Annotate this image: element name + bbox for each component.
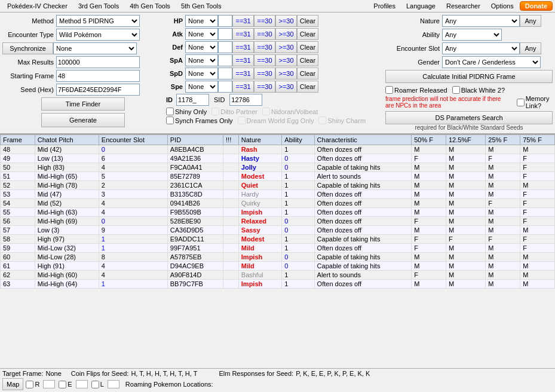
hp-select[interactable]: None [185, 15, 218, 27]
shiny-charm-checkbox[interactable] [318, 117, 326, 124]
ability-select[interactable]: Any [442, 29, 502, 41]
r-checkbox[interactable] [26, 381, 33, 388]
spe-ge30-btn[interactable]: >=30 [275, 81, 297, 93]
spd-eq31-btn[interactable]: ==31 [232, 68, 254, 79]
hp-clear-btn[interactable]: Clear [297, 15, 318, 27]
memory-link-checkbox[interactable] [517, 99, 525, 106]
hp-ge30-btn[interactable]: >=30 [275, 15, 297, 27]
def-eq30-btn[interactable]: ==30 [254, 41, 275, 53]
table-row[interactable]: 61 High (91) 4 D94AC9EB Mild 0 Capable o… [1, 262, 555, 271]
donate-button[interactable]: Donate [520, 1, 553, 11]
starting-frame-input[interactable] [56, 70, 140, 82]
menu-profiles[interactable]: Profiles [369, 1, 400, 11]
e-check[interactable]: E [59, 381, 72, 388]
def-select[interactable]: None [185, 41, 218, 53]
ditto-check[interactable]: Ditto Partner [211, 108, 257, 115]
table-row[interactable]: 51 Mid-High (65) 5 85E72789 Modest 1 Ale… [1, 172, 555, 181]
spa-clear-btn[interactable]: Clear [297, 54, 318, 66]
encounter-type-select[interactable]: Wild Pokémon [56, 29, 140, 41]
spe-select[interactable]: None [185, 81, 218, 93]
spa-eq31-btn[interactable]: ==31 [232, 54, 254, 66]
table-row[interactable]: 58 High (97) 1 E9ADDC11 Modest 1 Capable… [1, 235, 555, 244]
nature-select[interactable]: Any [442, 15, 520, 27]
table-row[interactable]: 53 Mid (47) 3 B3135C8D Hardy 1 Often doz… [1, 190, 555, 199]
hp-eq30-btn[interactable]: ==30 [254, 15, 275, 27]
table-row[interactable]: 62 Mid-High (60) 4 A90F814D Bashful 1 Al… [1, 271, 555, 280]
generate-button[interactable]: Generate [41, 113, 125, 127]
roamer-checkbox[interactable] [385, 86, 393, 94]
l-checkbox[interactable] [91, 381, 99, 388]
memory-link-check[interactable]: Memory Link? [517, 95, 553, 109]
spe-clear-btn[interactable]: Clear [297, 81, 318, 93]
roamer-check[interactable]: Roamer Released [385, 86, 447, 94]
def-eq31-btn[interactable]: ==31 [232, 41, 254, 53]
atk-value-input[interactable] [218, 28, 232, 40]
table-row[interactable]: 50 High (83) 4 F9CA0A41 Jolly 0 Capable … [1, 163, 555, 172]
table-row[interactable]: 55 Mid-High (63) 4 F9B5509B Impish 1 Oft… [1, 208, 555, 217]
synchronize-select[interactable]: None [53, 42, 137, 54]
table-row[interactable]: 56 Mid-High (69) 0 528E8E90 Relaxed 0 Of… [1, 217, 555, 226]
hp-value-input[interactable] [218, 15, 232, 27]
dream-world-check[interactable]: Dream World Egg Only [238, 117, 314, 124]
spa-eq30-btn[interactable]: ==30 [254, 54, 275, 66]
menu-researcher[interactable]: Researcher [441, 1, 485, 11]
results-table-container[interactable]: Frame Chatot Pitch Encounter Slot PID !!… [0, 134, 555, 368]
spe-value-input[interactable] [218, 81, 232, 93]
ditto-checkbox[interactable] [211, 108, 219, 115]
spa-ge30-btn[interactable]: >=30 [275, 54, 297, 66]
spd-eq30-btn[interactable]: ==30 [254, 68, 275, 79]
table-row[interactable]: 48 Mid (42) 0 A8EBA4CB Rash 1 Often doze… [1, 145, 555, 154]
atk-clear-btn[interactable]: Clear [297, 28, 318, 40]
nidoran-check[interactable]: Nidoran/Volbeat [262, 108, 318, 115]
slot-any-button[interactable]: Any [520, 42, 541, 54]
black-white2-checkbox[interactable] [452, 86, 460, 94]
r-check[interactable]: R [26, 381, 39, 388]
atk-eq30-btn[interactable]: ==30 [254, 28, 275, 40]
menu-options[interactable]: Options [486, 1, 519, 11]
shiny-only-check[interactable]: Shiny Only [166, 108, 207, 115]
spe-eq30-btn[interactable]: ==30 [254, 81, 275, 93]
synchronize-button[interactable]: Synchronize [2, 42, 53, 54]
nidoran-checkbox[interactable] [262, 108, 270, 115]
spa-value-input[interactable] [218, 54, 232, 66]
menu-3rdgen[interactable]: 3rd Gen Tools [73, 1, 124, 11]
seed-input[interactable] [56, 84, 140, 96]
synch-frames-checkbox[interactable] [166, 117, 174, 124]
atk-select[interactable]: None [185, 28, 218, 40]
sid-input[interactable] [229, 94, 262, 106]
shiny-only-checkbox[interactable] [166, 108, 174, 115]
dream-world-checkbox[interactable] [238, 117, 246, 124]
table-row[interactable]: 63 Mid-High (64) 1 BB79C7FB Impish 1 Oft… [1, 280, 555, 289]
table-row[interactable]: 57 Low (3) 9 CA36D9D5 Sassy 0 Often doze… [1, 226, 555, 235]
hp-eq31-btn[interactable]: ==31 [232, 15, 254, 27]
table-row[interactable]: 59 Mid-Low (32) 1 99F7A951 Mild 1 Often … [1, 244, 555, 253]
table-row[interactable]: 54 Mid (52) 4 09414B26 Quirky 1 Often do… [1, 199, 555, 208]
l-check[interactable]: L [91, 381, 104, 388]
spd-value-input[interactable] [218, 68, 232, 79]
encounter-slot-select[interactable]: Any [442, 42, 520, 54]
spd-clear-btn[interactable]: Clear [297, 68, 318, 79]
spd-select[interactable]: None [185, 68, 218, 79]
atk-eq31-btn[interactable]: ==31 [232, 28, 254, 40]
ds-params-button[interactable]: DS Parameters Search [385, 111, 553, 124]
def-value-input[interactable] [218, 41, 232, 53]
menu-4thgen[interactable]: 4th Gen Tools [125, 1, 175, 11]
nature-any-button[interactable]: Any [520, 15, 541, 27]
menu-language[interactable]: Language [401, 1, 440, 11]
def-clear-btn[interactable]: Clear [297, 41, 318, 53]
shiny-charm-check[interactable]: Shiny Charm [318, 117, 366, 124]
table-row[interactable]: 52 Mid-High (78) 2 2361C1CA Quiet 1 Capa… [1, 181, 555, 190]
spd-ge30-btn[interactable]: >=30 [275, 68, 297, 79]
menu-pokedex[interactable]: Pokédex-IV Checker [2, 1, 72, 11]
synch-frames-check[interactable]: Synch Frames Only [166, 117, 233, 124]
atk-ge30-btn[interactable]: >=30 [275, 28, 297, 40]
time-finder-button[interactable]: Time Finder [41, 97, 125, 111]
table-row[interactable]: 60 Mid-Low (28) 8 A57875EB Impish 0 Capa… [1, 253, 555, 262]
method-select[interactable]: Method 5 PIDRNG [56, 15, 140, 27]
spe-eq31-btn[interactable]: ==31 [232, 81, 254, 93]
e-checkbox[interactable] [59, 381, 66, 388]
table-row[interactable]: 49 Low (13) 6 49A21E36 Hasty 0 Often doz… [1, 154, 555, 163]
menu-5thgen[interactable]: 5th Gen Tools [176, 1, 226, 11]
calculate-button[interactable]: Calculate Initial PIDRNG Frame [385, 70, 553, 83]
def-ge30-btn[interactable]: >=30 [275, 41, 297, 53]
